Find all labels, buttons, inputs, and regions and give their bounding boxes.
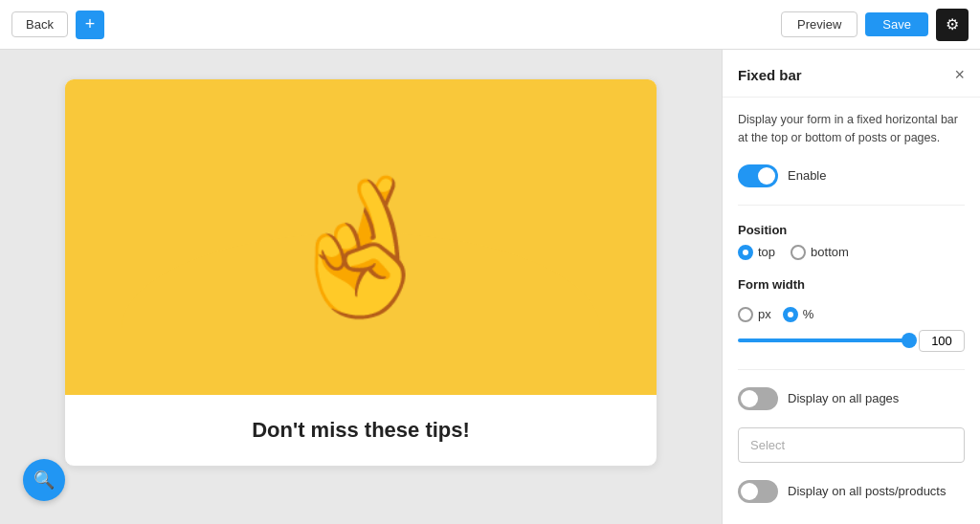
enable-row: Enable [738,164,965,187]
panel-close-button[interactable]: × [954,65,965,85]
position-label: Position [738,223,965,237]
display-all-posts-row: Display on all posts/products [738,480,965,503]
slider-thumb[interactable] [902,333,917,348]
slider-track[interactable] [738,338,909,342]
right-panel: Fixed bar × Display your form in a fixed… [722,50,980,524]
toolbar-right: Preview Save ⚙ [781,9,969,41]
slider-row: 100 [738,330,965,352]
position-bottom-option[interactable]: bottom [791,245,849,260]
back-button[interactable]: Back [11,11,68,37]
main-area: 🤞 Don't miss these tips! 🔍 Fixed bar × D… [0,50,980,524]
position-bottom-label: bottom [811,245,849,259]
select-box[interactable]: Select [738,427,965,463]
form-card: 🤞 Don't miss these tips! [64,78,657,467]
unit-px-label: px [758,307,771,321]
toolbar: Back + Preview Save ⚙ [0,0,980,50]
panel-description: Display your form in a fixed horizontal … [738,111,965,147]
panel-header: Fixed bar × [723,50,980,98]
settings-button[interactable]: ⚙ [936,9,969,41]
position-top-option[interactable]: top [738,245,775,260]
position-top-radio[interactable] [738,245,753,260]
panel-title: Fixed bar [738,67,802,83]
position-bottom-radio[interactable] [791,245,806,260]
unit-row: px % [738,307,965,322]
preview-button[interactable]: Preview [781,11,858,37]
display-all-posts-knob [741,483,758,500]
card-emoji: 🤞 [278,168,445,326]
save-button[interactable]: Save [865,12,928,36]
divider-1 [738,205,965,206]
gear-icon: ⚙ [946,15,959,33]
display-all-pages-row: Display on all pages [738,387,965,410]
canvas-area: 🤞 Don't miss these tips! 🔍 [0,50,722,524]
toggle-knob [758,167,775,185]
slider-value[interactable]: 100 [919,330,965,352]
position-section: Position top bottom [738,223,965,260]
form-width-section: Form width px % 100 [738,277,965,352]
search-icon: 🔍 [33,469,55,491]
card-title: Don't miss these tips! [88,418,634,443]
card-image-area: 🤞 [65,79,657,395]
enable-toggle[interactable] [738,164,778,187]
search-circle-button[interactable]: 🔍 [23,459,65,501]
panel-body: Display your form in a fixed horizontal … [723,98,980,516]
add-button[interactable]: + [76,11,104,39]
unit-px-option[interactable]: px [738,307,771,322]
display-all-pages-label: Display on all pages [788,391,899,405]
unit-percent-option[interactable]: % [783,307,814,322]
divider-2 [738,369,965,370]
position-top-label: top [758,245,775,259]
enable-label: Enable [788,168,826,183]
display-all-posts-toggle[interactable] [738,480,778,503]
display-all-posts-label: Display on all posts/products [788,484,946,498]
display-all-pages-knob [741,390,758,407]
unit-percent-radio[interactable] [783,307,798,322]
display-all-pages-toggle[interactable] [738,387,778,410]
toolbar-left: Back + [11,11,104,39]
unit-percent-label: % [803,307,814,321]
unit-px-radio[interactable] [738,307,753,322]
position-radio-group: top bottom [738,245,965,260]
form-width-label: Form width [738,277,965,292]
card-bottom: Don't miss these tips! [65,395,657,466]
